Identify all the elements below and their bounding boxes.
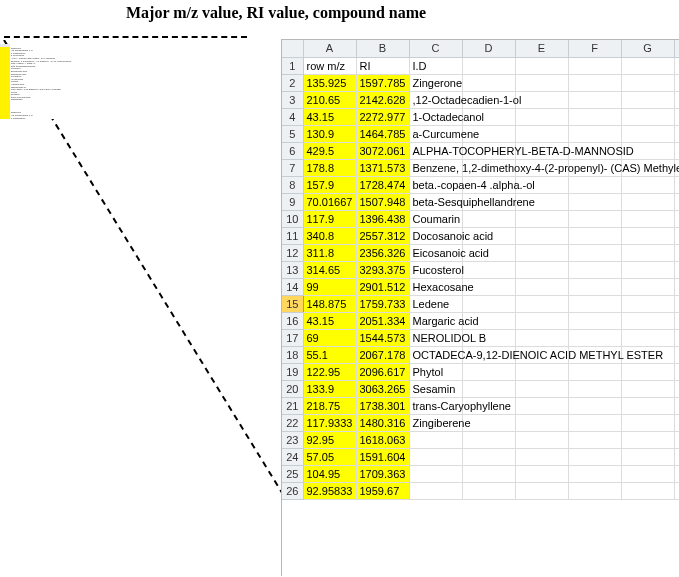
row-number[interactable]: 9 [282,193,303,210]
cell-compound-name[interactable]: Zingiberene [409,414,462,431]
cell[interactable] [621,91,674,108]
cell[interactable] [568,363,621,380]
cell[interactable] [568,380,621,397]
cell-mz[interactable]: 92.95833 [303,482,356,499]
cell[interactable] [515,397,568,414]
cell[interactable] [515,329,568,346]
cell[interactable] [621,448,674,465]
cell[interactable] [621,57,674,74]
cell[interactable] [462,465,515,482]
row-number[interactable]: 15 [282,295,303,312]
cell-b1[interactable]: RI [356,57,409,74]
cell-ri[interactable]: 1728.474 [356,176,409,193]
cell[interactable] [568,295,621,312]
cell[interactable] [568,125,621,142]
cell[interactable] [674,176,679,193]
cell-mz[interactable]: 135.925 [303,74,356,91]
cell-ri[interactable]: 2096.617 [356,363,409,380]
cell[interactable] [621,278,674,295]
column-header-b[interactable]: B [356,40,409,57]
cell-ri[interactable]: 2901.512 [356,278,409,295]
cell-ri[interactable]: 1396.438 [356,210,409,227]
cell[interactable] [568,108,621,125]
column-header-f[interactable]: F [568,40,621,57]
cell[interactable] [621,125,674,142]
column-header-h[interactable]: H [674,40,679,57]
cell-compound-name[interactable] [409,431,462,448]
cell-compound-name[interactable]: beta.-copaen-4 .alpha.-ol [409,176,462,193]
row-number[interactable]: 19 [282,363,303,380]
cell[interactable] [568,329,621,346]
cell[interactable] [674,448,679,465]
cell-ri[interactable]: 2051.334 [356,312,409,329]
cell-compound-name[interactable] [409,482,462,499]
cell-ri[interactable]: 2356.326 [356,244,409,261]
row-number[interactable]: 3 [282,91,303,108]
row-number[interactable]: 25 [282,465,303,482]
cell[interactable] [621,397,674,414]
cell-ri[interactable]: 1544.573 [356,329,409,346]
cell-mz[interactable]: 130.9 [303,125,356,142]
row-number[interactable]: 16 [282,312,303,329]
cell[interactable] [621,261,674,278]
column-header-e[interactable]: E [515,40,568,57]
cell[interactable] [621,244,674,261]
cell[interactable] [674,57,679,74]
cell-compound-name[interactable]: Benzene, 1,2-dimethoxy-4-(2-propenyl)- (… [409,159,462,176]
cell[interactable] [462,431,515,448]
cell-mz[interactable]: 311.8 [303,244,356,261]
cell[interactable] [568,448,621,465]
cell[interactable] [568,465,621,482]
cell[interactable] [674,244,679,261]
cell-mz[interactable]: 117.9333 [303,414,356,431]
cell-ri[interactable]: 2272.977 [356,108,409,125]
row-number[interactable]: 7 [282,159,303,176]
cell[interactable] [674,329,679,346]
cell-mz[interactable]: 148.875 [303,295,356,312]
row-number[interactable]: 1 [282,57,303,74]
cell-ri[interactable]: 1507.948 [356,193,409,210]
cell[interactable] [568,244,621,261]
cell[interactable] [621,193,674,210]
cell-ri[interactable]: 1480.316 [356,414,409,431]
cell[interactable] [568,414,621,431]
cell[interactable] [674,380,679,397]
cell[interactable] [515,312,568,329]
cell-mz[interactable]: 122.95 [303,363,356,380]
cell-compound-name[interactable]: NEROLIDOL B [409,329,462,346]
cell-compound-name[interactable]: trans-Caryophyllene [409,397,462,414]
cell-ri[interactable]: 1738.301 [356,397,409,414]
cell-mz[interactable]: 43.15 [303,312,356,329]
cell-mz[interactable]: 104.95 [303,465,356,482]
cell[interactable] [568,227,621,244]
cell-compound-name[interactable] [409,465,462,482]
cell[interactable] [515,57,568,74]
cell[interactable] [568,193,621,210]
cell-mz[interactable]: 92.95 [303,431,356,448]
cell[interactable] [515,125,568,142]
cell-ri[interactable]: 2067.178 [356,346,409,363]
row-number[interactable]: 20 [282,380,303,397]
cell-mz[interactable]: 133.9 [303,380,356,397]
cell-mz[interactable]: 429.5 [303,142,356,159]
cell-mz[interactable]: 210.65 [303,91,356,108]
cell[interactable] [515,465,568,482]
cell-compound-name[interactable] [409,448,462,465]
cell[interactable] [674,278,679,295]
cell[interactable] [515,261,568,278]
cell[interactable] [621,210,674,227]
cell-compound-name[interactable]: Coumarin [409,210,462,227]
cell[interactable] [674,397,679,414]
cell[interactable] [462,295,515,312]
cell[interactable] [674,414,679,431]
cell[interactable] [674,142,679,159]
cell[interactable] [568,397,621,414]
cell-compound-name[interactable]: Sesamin [409,380,462,397]
cell-compound-name[interactable]: OCTADECA-9,12-DIENOIC ACID METHYL ESTER [409,346,462,363]
row-number[interactable]: 13 [282,261,303,278]
cell-ri[interactable]: 3293.375 [356,261,409,278]
cell[interactable] [621,380,674,397]
cell-compound-name[interactable]: Margaric acid [409,312,462,329]
cell[interactable] [674,91,679,108]
cell-ri[interactable]: 1464.785 [356,125,409,142]
